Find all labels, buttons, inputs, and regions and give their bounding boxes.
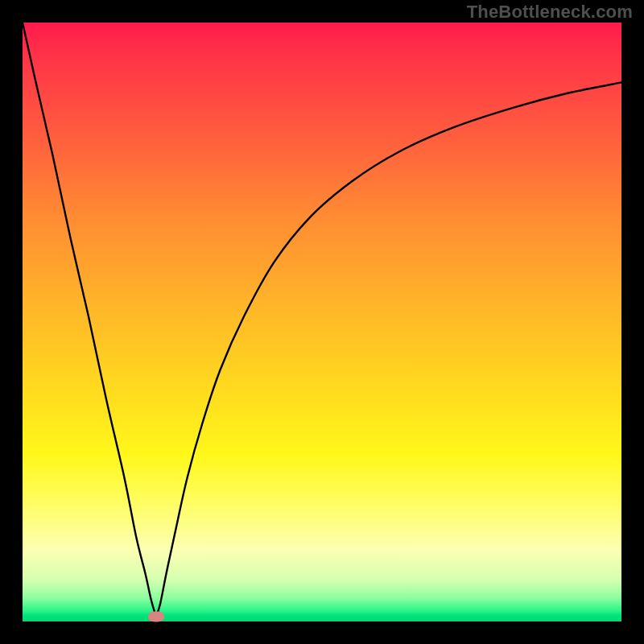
watermark-text: TheBottleneck.com [467,2,633,23]
curve-right-branch [156,82,621,617]
plot-area [23,23,621,621]
curve-layer [23,23,621,621]
curve-left-branch [23,23,156,617]
minimum-marker [148,612,164,622]
chart-frame: TheBottleneck.com [0,0,644,644]
